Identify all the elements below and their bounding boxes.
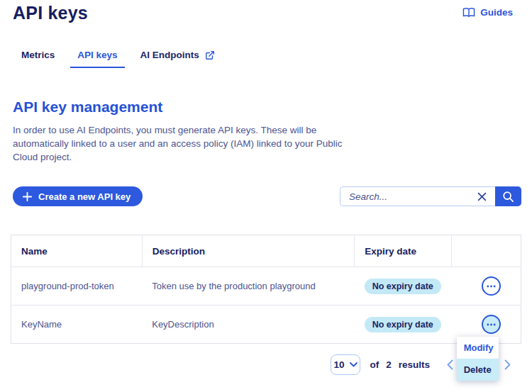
cell-actions: Modify Delete	[452, 306, 521, 344]
clear-search-button[interactable]	[475, 189, 489, 204]
tab-api-keys[interactable]: API keys	[70, 50, 124, 68]
guides-label: Guides	[480, 7, 513, 18]
cell-description: KeyDescription	[142, 306, 354, 344]
cell-actions	[452, 267, 521, 306]
pagination-results-label: results	[399, 359, 430, 370]
ellipsis-icon	[487, 285, 496, 288]
table-row: playground-prod-token Token use by the p…	[11, 267, 521, 306]
expiry-badge: No expiry date	[365, 279, 441, 294]
pagination: 10 of 2 results	[11, 354, 521, 375]
page-size-value: 10	[333, 359, 344, 370]
pagination-of-label: of	[370, 359, 379, 370]
cell-name: playground-prod-token	[11, 267, 143, 306]
row-actions-button[interactable]	[482, 315, 501, 334]
search-group	[340, 186, 521, 206]
tab-label: Metrics	[21, 50, 55, 60]
expiry-badge: No expiry date	[365, 317, 441, 332]
cell-description: Token use by the production playground	[142, 267, 354, 306]
cell-expiry: No expiry date	[355, 267, 452, 306]
chevron-down-icon	[350, 362, 358, 367]
close-icon	[477, 192, 487, 201]
api-keys-table: Name Description Expiry date playground-…	[11, 235, 521, 344]
create-button-label: Create a new API key	[38, 191, 131, 202]
search-box	[340, 186, 495, 206]
tab-label: API keys	[77, 50, 117, 60]
tab-bar: Metrics API keys AI Endpoints	[11, 50, 521, 68]
toolbar: Create a new API key	[11, 186, 521, 206]
api-keys-page: API keys Guides Metrics API keys AI Endp…	[0, 0, 532, 392]
page-size-select[interactable]: 10	[331, 354, 360, 375]
menu-item-modify[interactable]: Modify	[457, 337, 499, 359]
column-header-name: Name	[11, 235, 143, 267]
external-link-icon	[205, 50, 215, 60]
chevron-left-icon	[447, 359, 453, 370]
row-actions-button[interactable]	[482, 276, 501, 296]
ellipsis-icon	[487, 323, 496, 326]
chevron-right-icon	[504, 359, 511, 370]
book-icon	[462, 7, 475, 18]
column-header-expiry-date: Expiry date	[355, 235, 452, 267]
tab-label: AI Endpoints	[140, 50, 199, 60]
table-row: KeyName KeyDescription No expiry date	[11, 306, 521, 344]
search-button[interactable]	[495, 186, 521, 206]
tab-ai-endpoints[interactable]: AI Endpoints	[133, 50, 222, 68]
menu-item-delete[interactable]: Delete	[457, 359, 499, 381]
cell-name: KeyName	[11, 306, 143, 344]
magnifier-icon	[502, 191, 514, 203]
row-actions-menu: Modify Delete	[457, 337, 499, 381]
previous-page-button[interactable]	[445, 358, 455, 371]
section-description: In order to use AI Endpoints, you must g…	[11, 123, 363, 164]
next-page-button[interactable]	[503, 358, 512, 371]
pagination-total: 2	[386, 359, 392, 370]
search-input[interactable]	[349, 191, 475, 202]
page-title: API keys	[11, 3, 88, 23]
column-header-description: Description	[142, 235, 354, 267]
plus-icon	[23, 192, 32, 201]
section-heading: API key management	[11, 99, 521, 116]
topbar: API keys Guides	[11, 3, 521, 23]
guides-link[interactable]: Guides	[462, 7, 513, 18]
create-api-key-button[interactable]: Create a new API key	[13, 186, 143, 206]
tab-metrics[interactable]: Metrics	[14, 50, 62, 68]
table-header: Name Description Expiry date	[11, 235, 521, 267]
cell-expiry: No expiry date	[355, 306, 452, 344]
column-header-actions	[452, 235, 521, 267]
